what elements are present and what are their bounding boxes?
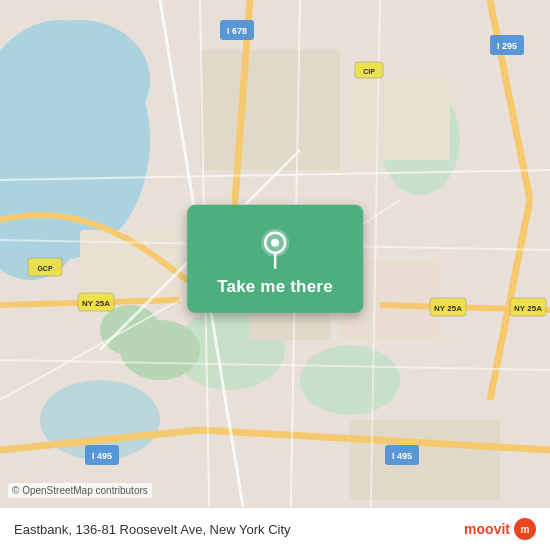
map-container: I 678 I 295 I 495 I 495 NY 25A NY 25A GC… — [0, 0, 550, 550]
svg-text:I 678: I 678 — [227, 26, 247, 36]
svg-rect-10 — [200, 50, 340, 170]
svg-text:GCP: GCP — [37, 265, 53, 272]
svg-text:NY 25A: NY 25A — [434, 304, 462, 313]
bottom-bar: Eastbank, 136-81 Roosevelt Ave, New York… — [0, 507, 550, 550]
svg-point-6 — [300, 345, 400, 415]
address-label: Eastbank, 136-81 Roosevelt Ave, New York… — [14, 522, 291, 537]
svg-text:CIP: CIP — [363, 68, 375, 75]
svg-point-3 — [10, 20, 150, 140]
svg-point-9 — [120, 320, 200, 380]
action-card: Take me there — [187, 205, 363, 313]
svg-text:I 295: I 295 — [497, 41, 517, 51]
moovit-icon-letter: m — [521, 524, 530, 535]
take-me-there-button[interactable]: Take me there — [217, 277, 333, 297]
svg-text:NY 25A: NY 25A — [514, 304, 542, 313]
svg-rect-11 — [350, 80, 450, 160]
svg-text:I 495: I 495 — [92, 451, 112, 461]
copyright-notice: © OpenStreetMap contributors — [8, 483, 152, 498]
svg-text:I 495: I 495 — [392, 451, 412, 461]
svg-text:NY 25A: NY 25A — [82, 299, 110, 308]
moovit-logo: moovit m — [464, 518, 536, 540]
moovit-logo-text: moovit — [464, 521, 510, 537]
moovit-icon: m — [514, 518, 536, 540]
location-pin-icon — [253, 225, 297, 269]
svg-point-54 — [271, 239, 279, 247]
